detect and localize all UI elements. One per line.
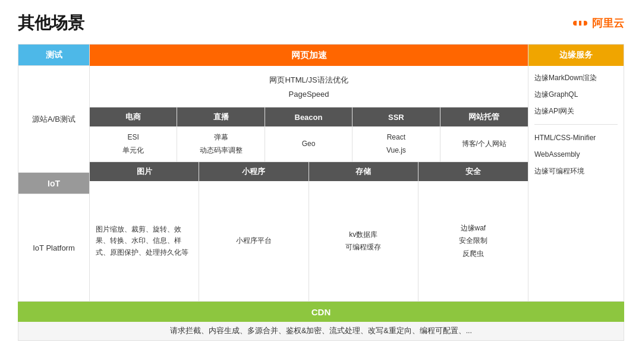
right-item-0: 边缘MarkDown渲染 (534, 69, 618, 86)
aliyun-logo: 阿里云 (572, 15, 624, 31)
cdn-label: CDN (18, 302, 624, 322)
svg-rect-0 (573, 21, 587, 26)
sub-cell-ssr: SSR React Vue.js (353, 107, 440, 162)
right-item-4: WebAssembly (534, 146, 618, 163)
sub-cell-image: 图片 图片缩放、裁剪、旋转、效果、转换、水印、信息、样式、原图保护、处理持久化等 (90, 162, 199, 301)
edge-service-header: 边缘服务 (528, 45, 624, 66)
sub-cell-storage: 存储 kv数据库 可编程缓存 (309, 162, 418, 301)
image-body: 图片缩放、裁剪、旋转、效果、转换、水印、信息、样式、原图保护、处理持久化等 (90, 181, 199, 301)
sub-grid-bottom: 图片 图片缩放、裁剪、旋转、效果、转换、水印、信息、样式、原图保护、处理持久化等… (90, 162, 528, 301)
miniapp-header: 小程序 (199, 162, 308, 181)
aliyun-logo-text: 阿里云 (592, 16, 624, 30)
security-body: 边缘waf 安全限制 反爬虫 (418, 181, 528, 301)
ab-test-label: 源站A/B测试 (18, 66, 89, 173)
beacon-header: Beacon (265, 107, 352, 126)
security-header: 安全 (418, 162, 528, 181)
page-title: 其他场景 (18, 12, 84, 34)
cdn-footer: CDN 请求拦截、内容生成、多源合并、鉴权&加密、流式处理、改写&重定向、编程可… (18, 302, 624, 341)
image-header: 图片 (90, 162, 199, 181)
miniapp-body: 小程序平台 (199, 181, 308, 301)
storage-header: 存储 (309, 162, 418, 181)
html-opt-text: 网页HTML/JS语法优化 (269, 74, 348, 86)
beacon-body: Geo (265, 126, 352, 162)
middle-column: 网页加速 网页HTML/JS语法优化 PageSpeed 电商 ESI 单元化 (90, 45, 528, 301)
sub-cell-miniapp: 小程序 小程序平台 (199, 162, 309, 301)
right-item-1: 边缘GraphQL (534, 86, 618, 103)
right-column: 边缘服务 边缘MarkDown渲染 边缘GraphQL 边缘API网关 HTML… (528, 45, 624, 301)
html-pagespeed-block: 网页HTML/JS语法优化 PageSpeed (90, 66, 528, 107)
right-group-1: 边缘MarkDown渲染 边缘GraphQL 边缘API网关 (534, 69, 618, 125)
hosting-body: 博客/个人网站 (440, 126, 528, 162)
sub-cell-hosting: 网站托管 博客/个人网站 (440, 107, 528, 162)
sub-cell-beacon: Beacon Geo (265, 107, 353, 162)
svg-rect-1 (577, 21, 579, 26)
ecommerce-body: ESI 单元化 (90, 126, 177, 162)
iot-platform-label: IoT Platform (18, 194, 89, 301)
sub-cell-security: 安全 边缘waf 安全限制 反爬虫 (418, 162, 528, 301)
ssr-body: React Vue.js (353, 126, 439, 162)
ecommerce-header: 电商 (90, 107, 177, 126)
test-label: 测试 (18, 45, 89, 66)
page: 其他场景 阿里云 测试 源站A/B测试 IoT IoT Platform (0, 0, 642, 364)
content-grid: 测试 源站A/B测试 IoT IoT Platform 网页加速 网页HTML/… (18, 44, 624, 302)
aliyun-logo-icon (572, 15, 588, 31)
iot-label: IoT (18, 173, 89, 194)
sub-cell-ecommerce: 电商 ESI 单元化 (90, 107, 177, 162)
main-grid: 测试 源站A/B测试 IoT IoT Platform 网页加速 网页HTML/… (18, 44, 624, 341)
right-item-2: 边缘API网关 (534, 103, 618, 119)
live-body: 弹幕 动态码率调整 (177, 126, 264, 162)
right-items: 边缘MarkDown渲染 边缘GraphQL 边缘API网关 HTML/CSS-… (528, 66, 624, 301)
right-item-5: 边缘可编程环境 (534, 163, 618, 179)
cdn-desc: 请求拦截、内容生成、多源合并、鉴权&加密、流式处理、改写&重定向、编程可配置、.… (18, 322, 624, 341)
page-header: 其他场景 阿里云 (18, 12, 624, 34)
sub-grid-top: 电商 ESI 单元化 直播 弹幕 动态码率调整 (90, 107, 528, 162)
left-column: 测试 源站A/B测试 IoT IoT Platform (18, 45, 90, 301)
right-item-3: HTML/CSS-Minifier (534, 129, 618, 146)
hosting-header: 网站托管 (440, 107, 528, 126)
right-group-2: HTML/CSS-Minifier WebAssembly 边缘可编程环境 (534, 129, 618, 184)
sub-cell-live: 直播 弹幕 动态码率调整 (177, 107, 265, 162)
pagespeed-text: PageSpeed (289, 88, 329, 100)
ssr-header: SSR (353, 107, 439, 126)
web-accel-header: 网页加速 (90, 45, 528, 66)
live-header: 直播 (177, 107, 264, 126)
storage-body: kv数据库 可编程缓存 (309, 181, 418, 301)
svg-rect-2 (581, 21, 584, 26)
